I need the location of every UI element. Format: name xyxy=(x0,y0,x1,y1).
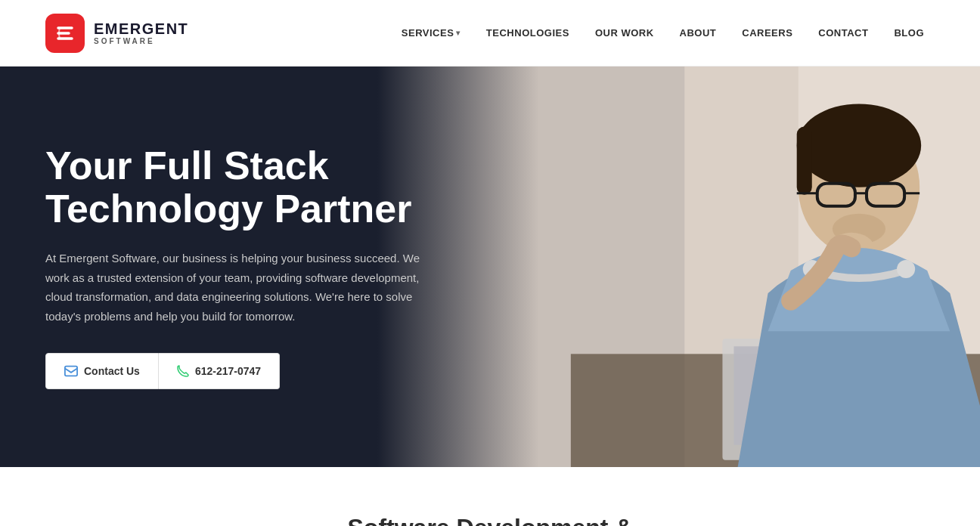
nav-careers[interactable]: CAREERS xyxy=(731,23,803,43)
hero-title: Your Full Stack Technology Partner xyxy=(45,144,439,231)
hero-section: Your Full Stack Technology Partner At Em… xyxy=(0,67,980,467)
logo-text: EMERGENT SOFTWARE xyxy=(94,20,188,45)
services-section: Software Development & Consulting Servic… xyxy=(0,467,980,526)
phone-icon xyxy=(177,365,189,377)
chevron-down-icon: ▾ xyxy=(456,29,461,37)
nav-contact[interactable]: CONTACT xyxy=(808,23,879,43)
svg-point-7 xyxy=(796,104,920,187)
hero-description: At Emergent Software, our business is he… xyxy=(45,249,439,326)
nav-blog[interactable]: BLOG xyxy=(883,23,935,43)
services-title: Software Development & Consulting Servic… xyxy=(30,512,950,526)
nav-services[interactable]: SERVICES ▾ xyxy=(391,23,471,43)
site-header: EMERGENT SOFTWARE SERVICES ▾ TECHNOLOGIE… xyxy=(0,0,980,67)
phone-button[interactable]: 612-217-0747 xyxy=(159,353,280,389)
svg-rect-8 xyxy=(796,126,811,194)
contact-us-button[interactable]: Contact Us xyxy=(45,353,159,389)
nav-technologies[interactable]: TECHNOLOGIES xyxy=(476,23,580,43)
brand-sub: SOFTWARE xyxy=(94,37,188,45)
nav-about[interactable]: ABOUT xyxy=(669,23,727,43)
svg-point-17 xyxy=(897,260,915,278)
nav-our-work[interactable]: OUR WORK xyxy=(585,23,665,43)
logo-link[interactable]: EMERGENT SOFTWARE xyxy=(45,14,188,53)
brand-name: EMERGENT xyxy=(94,20,188,37)
logo-icon xyxy=(45,14,85,53)
svg-rect-18 xyxy=(65,367,77,376)
email-icon xyxy=(64,364,78,378)
main-nav: SERVICES ▾ TECHNOLOGIES OUR WORK ABOUT C… xyxy=(391,23,935,43)
hero-cta-buttons: Contact Us 612-217-0747 xyxy=(45,353,439,389)
hero-content: Your Full Stack Technology Partner At Em… xyxy=(0,144,484,389)
